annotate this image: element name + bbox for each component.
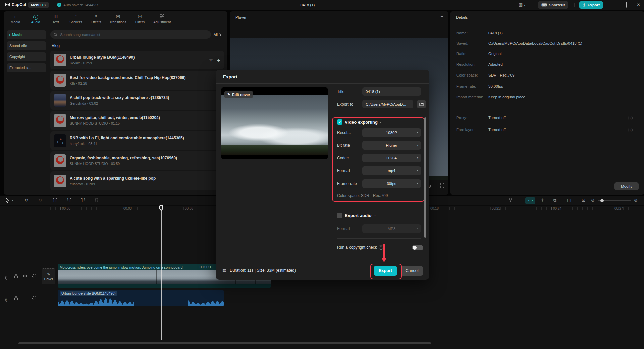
format-select[interactable]: mp4▾ [362,166,421,175]
export-cover-preview[interactable]: ✎ Edit cover [221,87,328,159]
edit-cover-button[interactable]: ✎ Cover [42,268,55,284]
song-row[interactable]: A chill pop truck with a sexy atmosphere… [50,91,224,110]
audio-clip[interactable]: Urban lounge style BGM(1148490) [58,290,224,306]
song-artwork [54,94,66,107]
dialog-title: Export [223,74,237,79]
preview-quality-icon[interactable]: ⊡ [582,198,585,203]
cancel-button[interactable]: Cancel [401,266,423,276]
shortcut-button[interactable]: ⌨ Shortcut [538,1,568,9]
song-artwork [54,114,66,127]
timeline-zoom-slider[interactable] [598,200,631,201]
player-menu-icon[interactable]: ≡ [440,15,443,20]
export-confirm-button[interactable]: Export [374,266,397,276]
lock-icon[interactable] [14,296,18,300]
lock-icon[interactable] [14,273,18,278]
dialog-scrollbar[interactable] [424,117,426,238]
text-icon: TI [54,13,58,19]
add-to-timeline-icon[interactable]: + [217,57,220,63]
tab-text[interactable]: TIText [49,13,62,28]
detail-row: Saved:C:/Users/MyPC/AppData/Local/CapCut… [456,41,637,45]
zoom-slider-handle[interactable] [600,199,604,202]
search-input[interactable] [59,32,207,37]
autosave-text: Auto saved: 14:44:37 [63,3,98,7]
eye-icon[interactable] [23,274,28,278]
select-tool-chevron-icon[interactable]: ▾ [12,199,13,202]
tab-adjustment[interactable]: Adjustment [153,13,171,28]
upload-icon: ↥ [583,3,586,7]
menu-button[interactable]: Menu ▾ [28,2,49,8]
auto-snap-toggle[interactable]: ▪←▪ [525,197,535,204]
annotation-arrow [383,244,385,258]
detail-row: Proxy:Turned off? [456,116,637,120]
zoom-out-icon[interactable]: ⊖ [591,198,595,203]
song-row[interactable]: A cute song with a sparkling ukulele-lik… [50,171,224,190]
close-button[interactable]: ✕ [637,2,640,7]
mute-icon[interactable] [32,273,36,278]
select-tool-icon[interactable] [5,198,10,203]
export-audio-checkbox[interactable] [337,213,342,218]
favorite-star-icon[interactable]: ☆ [209,57,213,63]
mute-icon[interactable] [32,296,36,300]
detail-row: Free layer:Turned off? [456,128,637,132]
song-row[interactable]: R&B with Lo-Fi, light and comfortable at… [50,131,224,150]
tab-media[interactable]: ▸Media [9,13,22,28]
sidebar-item-copyright[interactable]: Copyright [7,52,46,61]
fullscreen-icon[interactable] [440,183,444,188]
copyright-check-toggle[interactable] [412,245,423,250]
autosave-check-icon: ✓ [57,3,61,7]
tab-audio[interactable]: ♪Audio [29,13,42,28]
collapse-triangle-icon[interactable]: ▴ [380,121,381,124]
redo-icon[interactable]: ↻ [38,198,42,203]
song-row[interactable]: Organic, fashionable, morning, refreshin… [50,151,224,170]
record-voiceover-icon[interactable] [508,198,513,203]
bitrate-select[interactable]: Higher▾ [362,141,421,150]
collapse-triangle-icon[interactable]: ▴ [374,214,376,217]
magnetic-icon[interactable]: ✳ [541,198,544,203]
framerate-label: Frame rate [337,181,357,186]
undo-icon[interactable]: ↺ [25,198,29,203]
filter-all-button[interactable]: All [214,33,224,37]
info-icon[interactable]: ? [628,116,633,120]
framerate-select[interactable]: 30fps▾ [362,179,421,188]
info-icon[interactable]: ? [628,128,633,132]
maximize-button[interactable] [626,2,627,7]
sidebar-item-sound-effects[interactable]: Sound effe... [7,41,46,50]
split-both-icon[interactable]: ⁞[ [66,198,72,203]
layout-icon[interactable]: ▥ ▾ [519,2,525,7]
help-icon[interactable]: ? [379,245,383,250]
export-path-input[interactable]: C:/Users/MyPC/AppD... [362,100,413,108]
edit-cover-chip[interactable]: ✎ Edit cover [224,91,253,98]
filter-funnel-icon [219,33,223,36]
tab-stickers[interactable]: ◔Stickers [69,13,83,28]
song-row[interactable]: Urban lounge style BGM(1148490)Re-lax · … [50,51,224,69]
sidebar-item-music[interactable]: ▸Music [7,30,46,39]
player-title: Player [235,15,247,19]
audio-format-select[interactable]: MP3▾ [362,224,421,233]
video-exporting-checkbox[interactable]: ✓ [337,119,342,125]
link-icon[interactable]: ⧉ [553,198,556,203]
browse-folder-button[interactable] [417,100,426,108]
title-input[interactable]: 0418 (1) [362,87,421,96]
library-tabs: ▸Media ♪Audio TIText ◔Stickers ✦Effects … [4,11,227,28]
export-dialog: Export ✎ Edit cover Title 0418 (1) Expor… [216,70,429,280]
zoom-in-icon[interactable]: ⊕ [634,198,638,203]
sidebar-item-extracted-audio[interactable]: Extracted a... [7,63,46,72]
tab-filters[interactable]: ◎Filters [133,13,147,28]
tab-effects[interactable]: ✦Effects [89,13,103,28]
song-row[interactable]: Merrow guitar, chill out, winter, emo b(… [50,111,224,130]
split-preview-icon[interactable]: ◫ [567,198,571,203]
delete-icon[interactable] [95,198,99,202]
minimize-button[interactable]: − [615,2,618,7]
codec-select[interactable]: H.264▾ [362,154,421,162]
horizontal-scrollbar[interactable] [18,342,431,344]
split-right-icon[interactable]: ]⁞ [80,198,86,203]
split-left-icon[interactable]: ][ [52,198,58,203]
modify-button[interactable]: Modify [614,182,639,190]
resolution-select[interactable]: 1080P▾ [362,128,421,137]
search-box[interactable] [50,30,211,39]
playhead-line[interactable] [161,205,162,340]
tab-transitions[interactable]: ⋈Transitions [109,13,126,28]
cover-thumbnail [221,95,328,155]
song-row[interactable]: Best for video background music Chill Tr… [50,71,224,90]
export-button-topbar[interactable]: ↥ Export [579,1,603,9]
